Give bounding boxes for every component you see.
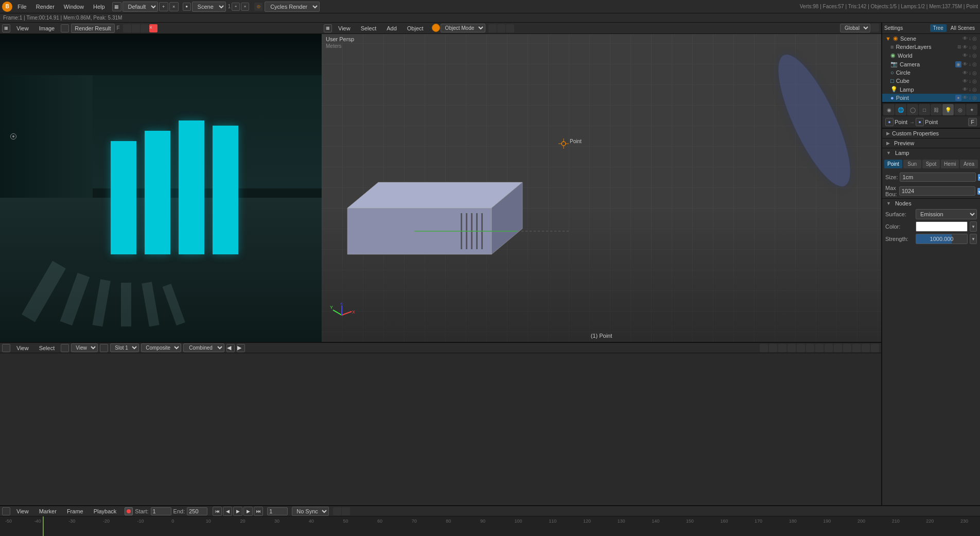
- tl-btn2[interactable]: [342, 507, 350, 515]
- start-frame-field[interactable]: [151, 507, 171, 515]
- point-render[interactable]: ◎: [972, 95, 977, 101]
- lamp-render[interactable]: ◎: [972, 87, 977, 92]
- timeline-ruler-area[interactable]: -50 -40 -30 -20 -10 0 10 20 30 40 50 60 …: [0, 516, 980, 536]
- circle-vis[interactable]: 👁: [962, 70, 968, 76]
- outliner-item-circle[interactable]: ○ Circle 👁 ↓ ◎: [882, 68, 980, 77]
- node-view-selector[interactable]: View: [71, 343, 98, 352]
- 3d-tb3[interactable]: [778, 344, 786, 352]
- 3d-tb8[interactable]: [825, 344, 833, 352]
- slot-selector[interactable]: Slot 1: [110, 343, 139, 352]
- tl-btn1[interactable]: [333, 507, 341, 515]
- 3d-viewport[interactable]: ▦ View Select Add Object Object Mode: [322, 23, 881, 342]
- jump-start-btn[interactable]: ⏮: [213, 507, 222, 516]
- cube-vis[interactable]: 👁: [962, 78, 968, 84]
- lamp-tab-spot[interactable]: Spot: [922, 160, 940, 168]
- outliner-item-camera[interactable]: 📷 Camera ◉ 👁 ↓ ◎: [882, 60, 980, 68]
- world-render[interactable]: ◎: [972, 53, 977, 58]
- lamp-vis[interactable]: 👁: [962, 87, 968, 92]
- node-view-menu[interactable]: View: [12, 344, 33, 352]
- camera-data-icon[interactable]: ◉: [955, 61, 961, 67]
- max-bou-field[interactable]: [899, 186, 975, 196]
- outliner-item-cube[interactable]: □ Cube 👁 ↓ ◎: [882, 77, 980, 85]
- 3d-tb10[interactable]: [843, 344, 851, 352]
- world-sel[interactable]: ↓: [969, 53, 971, 58]
- add-screen-icon[interactable]: +: [159, 2, 168, 11]
- combined-selector[interactable]: Combined: [183, 343, 224, 352]
- size-field[interactable]: [900, 172, 976, 182]
- end-frame-field[interactable]: [187, 507, 207, 515]
- 3d-tb1[interactable]: [760, 344, 768, 352]
- cube-render[interactable]: ◎: [972, 78, 977, 84]
- tab-object[interactable]: □: [919, 104, 930, 115]
- color-expand-btn[interactable]: ▼: [970, 221, 977, 232]
- play-btn[interactable]: ▶: [233, 507, 242, 516]
- scene-sel-icon[interactable]: ↓: [969, 36, 971, 41]
- point-data-icon[interactable]: ●: [955, 95, 961, 101]
- 3d-tb12[interactable]: [862, 344, 870, 352]
- 3d-tb9[interactable]: [834, 344, 842, 352]
- multiple-importance-checkbox[interactable]: [977, 188, 980, 195]
- tab-scene[interactable]: 🌐: [895, 104, 906, 115]
- snap-btn[interactable]: [871, 24, 879, 32]
- timeline-frame-menu[interactable]: Frame: [63, 507, 87, 515]
- scene-selector[interactable]: Scene: [192, 2, 226, 12]
- menu-window[interactable]: Window: [60, 3, 88, 11]
- workspace-selector[interactable]: Default: [122, 2, 158, 12]
- tab-material[interactable]: ◎: [954, 104, 966, 115]
- lamp-tab-area[interactable]: Area: [960, 160, 978, 168]
- record-icon[interactable]: [125, 507, 133, 515]
- tab-particles[interactable]: ✦: [966, 104, 977, 115]
- render-tb3[interactable]: [141, 24, 149, 32]
- point-vis[interactable]: 👁: [962, 95, 968, 101]
- circle-sel[interactable]: ↓: [969, 70, 971, 76]
- render-close-btn[interactable]: ×: [149, 24, 157, 32]
- tab-tree[interactable]: Tree: [930, 24, 947, 32]
- node-editor-canvas[interactable]: [0, 353, 881, 505]
- next-frame-btn[interactable]: ▶: [243, 507, 253, 516]
- outliner-item-world[interactable]: ◉ World 👁 ↓ ◎: [882, 51, 980, 60]
- wire-mode-btn[interactable]: [497, 24, 505, 32]
- camera-render[interactable]: ◎: [972, 61, 977, 67]
- outliner-item-scene[interactable]: ▼ ◉ Scene 👁 ↓ ◎: [882, 34, 980, 43]
- sync-selector[interactable]: No Sync: [292, 507, 329, 516]
- strength-expand-btn[interactable]: ▼: [970, 234, 977, 244]
- render-image-menu[interactable]: Image: [35, 24, 59, 32]
- add-scene-icon[interactable]: +: [232, 3, 240, 11]
- object-mode-selector[interactable]: Object Mode: [441, 24, 485, 32]
- lamp-tab-point[interactable]: Point: [884, 160, 902, 168]
- node-select-menu[interactable]: Select: [35, 344, 59, 352]
- render-icon-btn[interactable]: ●: [183, 3, 191, 11]
- render-mode-btn[interactable]: [506, 24, 514, 32]
- lamp-tab-hemi[interactable]: Hemi: [941, 160, 959, 168]
- timeline-playback-menu[interactable]: Playback: [90, 507, 121, 515]
- 3d-tb2[interactable]: [769, 344, 777, 352]
- del-scene-icon[interactable]: ×: [241, 3, 249, 11]
- rl-vis[interactable]: 👁: [962, 44, 968, 50]
- tab-constraints[interactable]: ⛓: [931, 104, 942, 115]
- tab-settings[interactable]: Settings: [884, 25, 929, 31]
- rl-icon2[interactable]: ⊞: [957, 44, 961, 50]
- 3d-tb4[interactable]: [787, 344, 796, 352]
- camera-vis[interactable]: 👁: [962, 61, 968, 67]
- nodes-section-header[interactable]: ▼ Nodes: [882, 198, 980, 208]
- prev-frame-btn[interactable]: ◀: [223, 507, 232, 516]
- node-nav-prev[interactable]: ◀: [226, 344, 235, 352]
- solid-mode-btn[interactable]: [488, 24, 497, 32]
- color-swatch[interactable]: [916, 221, 968, 232]
- 3d-add-menu[interactable]: Add: [382, 24, 401, 32]
- scene-render-icon[interactable]: ◎: [972, 36, 977, 41]
- scene-vis-icon[interactable]: 👁: [962, 36, 968, 41]
- camera-render-viewport[interactable]: ▦ View Image Render Result F ×: [0, 23, 322, 342]
- 3d-tb5[interactable]: [797, 344, 805, 352]
- timeline-marker-menu[interactable]: Marker: [35, 507, 61, 515]
- render-result-label[interactable]: Render Result: [71, 24, 114, 33]
- 3d-tb6[interactable]: [806, 344, 814, 352]
- render-tb2[interactable]: [132, 24, 140, 32]
- world-vis[interactable]: 👁: [962, 53, 968, 58]
- lamp-sel[interactable]: ↓: [969, 87, 971, 92]
- delete-screen-icon[interactable]: ×: [169, 2, 179, 11]
- cast-shadow-checkbox[interactable]: [978, 174, 980, 181]
- cube-sel[interactable]: ↓: [969, 78, 971, 84]
- 3d-tb13[interactable]: [871, 344, 879, 352]
- lamp-section-header[interactable]: ▼ Lamp: [882, 148, 980, 158]
